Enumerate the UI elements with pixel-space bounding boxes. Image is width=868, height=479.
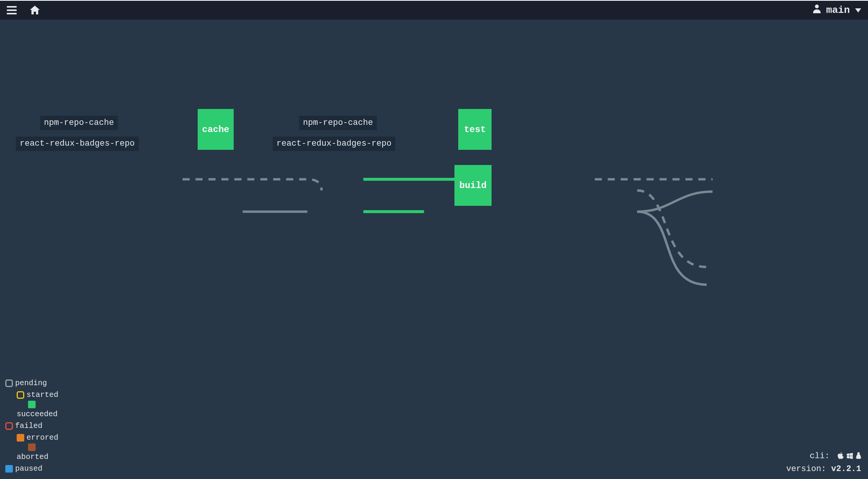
legend-label: pending — [15, 377, 47, 389]
legend-label: failed — [15, 420, 42, 432]
legend-swatch-pending-icon — [5, 379, 13, 387]
cli-label: cli: — [810, 451, 830, 461]
legend-succeeded-swatch-row — [5, 401, 58, 408]
legend-label: aborted — [17, 451, 48, 463]
legend-succeeded: succeeded — [5, 408, 58, 420]
resource-npm-repo-cache-output[interactable]: npm-repo-cache — [299, 116, 377, 130]
chevron-down-icon — [855, 5, 861, 16]
job-test[interactable]: test — [458, 109, 492, 150]
legend-errored: errored — [5, 432, 58, 443]
version-label: version: — [786, 464, 826, 474]
legend-swatch-paused-icon — [5, 465, 13, 473]
pipeline-edges — [0, 20, 868, 479]
cli-row: cli: — [786, 450, 861, 463]
version-value[interactable]: v2.2.1 — [831, 464, 861, 474]
apple-icon[interactable] — [838, 451, 844, 463]
job-build[interactable]: build — [454, 165, 492, 206]
top-bar: main — [0, 0, 868, 20]
legend-label: started — [27, 389, 58, 401]
svg-rect-0 — [7, 6, 17, 8]
legend-aborted-swatch-row — [5, 443, 58, 451]
job-cache[interactable]: cache — [198, 109, 234, 150]
user-label: main — [826, 5, 850, 16]
svg-rect-1 — [7, 9, 17, 11]
legend-paused: paused — [5, 463, 58, 474]
legend-swatch-failed-icon — [5, 422, 13, 430]
svg-point-3 — [815, 5, 819, 8]
legend-label: paused — [15, 463, 42, 474]
legend-label: succeeded — [17, 408, 58, 420]
legend-swatch-aborted-icon — [28, 443, 36, 451]
top-bar-left — [7, 6, 40, 15]
user-menu[interactable]: main — [813, 4, 861, 16]
resource-react-redux-badges-repo-output[interactable]: react-redux-badges-repo — [273, 137, 395, 151]
legend-aborted: aborted — [5, 451, 58, 463]
legend-swatch-succeeded-icon — [28, 401, 36, 408]
pipeline-canvas[interactable]: npm-repo-cache react-redux-badges-repo c… — [0, 20, 868, 479]
resource-react-redux-badges-repo-input[interactable]: react-redux-badges-repo — [16, 137, 139, 151]
linux-icon[interactable] — [856, 451, 861, 463]
hamburger-icon[interactable] — [7, 6, 17, 14]
svg-rect-2 — [7, 13, 17, 14]
legend-swatch-errored-icon — [17, 434, 24, 442]
legend-pending: pending — [5, 377, 58, 389]
legend: pending started succeeded failed errored… — [5, 377, 58, 474]
legend-failed: failed — [5, 420, 58, 432]
user-icon — [813, 4, 821, 16]
home-icon[interactable] — [30, 6, 40, 15]
version-row: version: v2.2.1 — [786, 463, 861, 475]
footer: cli: version: v2.2.1 — [786, 450, 861, 475]
cli-download-icons — [838, 451, 861, 463]
legend-started: started — [5, 389, 58, 401]
legend-swatch-started-icon — [17, 391, 24, 399]
legend-label: errored — [27, 432, 58, 443]
windows-icon[interactable] — [847, 451, 853, 463]
resource-npm-repo-cache-input[interactable]: npm-repo-cache — [40, 116, 118, 130]
